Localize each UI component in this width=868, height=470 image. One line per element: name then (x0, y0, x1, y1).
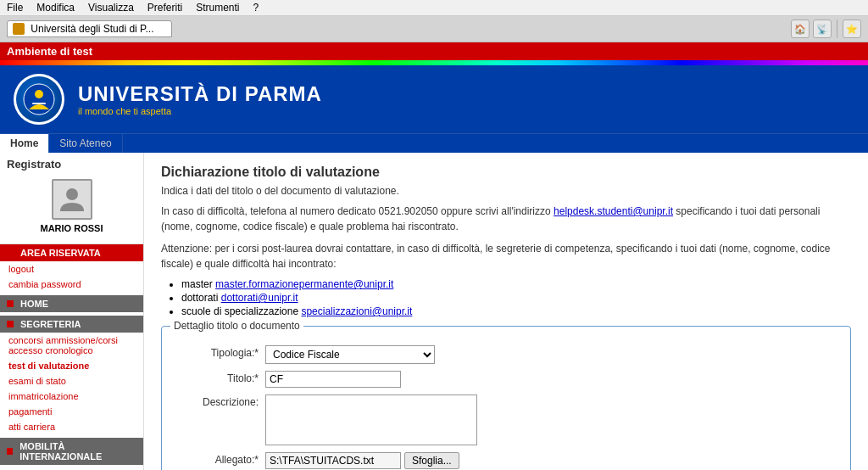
user-avatar (52, 179, 92, 220)
svg-rect-2 (32, 103, 46, 104)
area-riservata-header[interactable]: AREA RISERVATA (0, 244, 143, 261)
mobilita-bullet (7, 448, 13, 455)
list-item-dottorati: dottorati dottorati@unipr.it (181, 292, 851, 304)
sidebar-item-esami-stato[interactable]: esami di stato (0, 373, 143, 389)
page-title: Dichiarazione titolo di valutazione (161, 165, 851, 180)
svg-point-1 (35, 90, 43, 98)
home-bullet (7, 300, 14, 307)
info-text-before: In caso di difficoltà, telefona al numer… (161, 205, 554, 217)
star-icon[interactable]: ⭐ (843, 20, 861, 38)
titolo-label: Titolo:* (174, 371, 259, 384)
menu-bar: File Modifica Visualizza Preferiti Strum… (0, 0, 868, 16)
mobilita-section-header[interactable]: MOBILITÀ INTERNAZIONALE (0, 438, 143, 465)
user-box: MARIO ROSSI (0, 172, 143, 240)
form-box: Dettaglio titolo o documento Tipologia:*… (161, 326, 851, 470)
sidebar-item-immatricolazione[interactable]: immatricolazione (0, 389, 143, 404)
registrato-label: Registrato (0, 153, 143, 172)
sidebar-item-concorsi[interactable]: concorsi ammissione/corsi accesso cronol… (0, 333, 143, 358)
main-content: Dichiarazione titolo di valutazione Indi… (144, 153, 868, 470)
sidebar-item-atti-carriera[interactable]: atti carriera (0, 419, 143, 434)
specializzazioni-link[interactable]: specializzazioni@unipr.it (301, 305, 412, 317)
test-bar: Ambiente di test (0, 42, 868, 60)
allegato-input[interactable] (265, 452, 401, 469)
university-tagline: il mondo che ti aspetta (78, 106, 322, 116)
logo-svg (22, 82, 56, 116)
specializzazioni-label: scuole di specializzazione (181, 305, 301, 317)
browser-tab[interactable]: Università degli Studi di P... (7, 20, 172, 38)
menu-help[interactable]: ? (253, 2, 259, 14)
university-name: UNIVERSITÀ DI PARMA (78, 82, 322, 106)
allegato-label: Allegato:* (174, 452, 259, 466)
main-layout: Registrato MARIO ROSSI AREA RISERVATA lo… (0, 153, 868, 470)
allegato-control: Sfoglia... (265, 452, 459, 469)
user-name: MARIO ROSSI (41, 223, 103, 233)
area-riservata-section: AREA RISERVATA logout cambia password (0, 243, 143, 292)
home-icon[interactable]: 🏠 (791, 20, 810, 38)
mobilita-title: MOBILITÀ INTERNAZIONALE (19, 441, 136, 462)
dottorati-link[interactable]: dottorati@unipr.it (221, 292, 298, 304)
university-logo (14, 74, 64, 125)
nav-tab-sito-ateneo[interactable]: Sito Ateneo (49, 134, 122, 153)
tipologia-label: Tipologia:* (174, 345, 259, 359)
list-item-master: master master.formazionepermanente@unipr… (181, 278, 851, 290)
fieldset-title: Dettaglio titolo o documento (170, 320, 303, 332)
titolo-input[interactable] (265, 371, 401, 388)
descrizione-label: Descrizione: (174, 394, 259, 408)
segreteria-title: SEGRETERIA (20, 319, 81, 329)
menu-visualizza[interactable]: Visualizza (88, 2, 134, 14)
list-item-specializzazioni: scuole di specializzazione specializzazi… (181, 305, 851, 317)
sidebar: Registrato MARIO ROSSI AREA RISERVATA lo… (0, 153, 144, 470)
svg-point-0 (24, 84, 54, 115)
home-section-header[interactable]: HOME (0, 295, 143, 312)
descrizione-row: Descrizione: (174, 394, 838, 445)
avatar-icon (58, 186, 86, 213)
tab-favicon (13, 23, 25, 35)
tab-title-text: Università degli Studi di P... (31, 23, 153, 35)
nav-tab-home[interactable]: Home (0, 134, 49, 153)
tipologia-control: Codice Fiscale Diploma Laurea Altro (265, 345, 435, 364)
menu-file[interactable]: File (7, 2, 23, 14)
allegato-row: Allegato:* Sfoglia... (174, 452, 838, 469)
nav-tabs: Home Sito Ateneo (0, 133, 868, 153)
helpdesk-link[interactable]: helpdesk.studenti@unipr.it (554, 205, 673, 217)
tipologia-select[interactable]: Codice Fiscale Diploma Laurea Altro (265, 345, 435, 364)
header-text: UNIVERSITÀ DI PARMA il mondo che ti aspe… (78, 82, 322, 116)
dottorati-label: dottorati (181, 292, 221, 304)
home-title: HOME (20, 299, 48, 309)
contact-list: master master.formazionepermanente@unipr… (181, 278, 851, 317)
titolo-control (265, 371, 401, 388)
browse-button[interactable]: Sfoglia... (404, 452, 459, 469)
svg-point-3 (66, 188, 78, 200)
sidebar-item-logout[interactable]: logout (0, 261, 143, 277)
sidebar-item-pagamenti[interactable]: pagamenti (0, 404, 143, 419)
tab-bar: Università degli Studi di P... 🏠 📡 ⭐ (0, 16, 868, 42)
master-link[interactable]: master.formazionepermanente@unipr.it (215, 278, 393, 290)
area-riservata-bullet (7, 249, 14, 256)
menu-preferiti[interactable]: Preferiti (147, 2, 182, 14)
info-paragraph1: In caso di difficoltà, telefona al numer… (161, 204, 851, 234)
master-label: master (181, 278, 215, 290)
sidebar-item-cambia-password[interactable]: cambia password (0, 277, 143, 292)
area-riservata-title: AREA RISERVATA (20, 248, 101, 258)
titolo-row: Titolo:* (174, 371, 838, 388)
attention-text: Attenzione: per i corsi post-laurea dovr… (161, 241, 851, 271)
descrizione-control (265, 394, 477, 445)
site-header: UNIVERSITÀ DI PARMA il mondo che ti aspe… (0, 65, 868, 133)
sidebar-item-test-valutazione[interactable]: test di valutazione (0, 358, 143, 373)
descrizione-textarea[interactable] (265, 394, 477, 445)
segreteria-section-header[interactable]: SEGRETERIA (0, 316, 143, 333)
segreteria-bullet (7, 321, 14, 327)
tipologia-row: Tipologia:* Codice Fiscale Diploma Laure… (174, 345, 838, 364)
menu-strumenti[interactable]: Strumenti (196, 2, 239, 14)
intro-text: Indica i dati del titolo o del documento… (161, 185, 851, 197)
rss-icon[interactable]: 📡 (813, 20, 832, 38)
menu-modifica[interactable]: Modifica (36, 2, 75, 14)
